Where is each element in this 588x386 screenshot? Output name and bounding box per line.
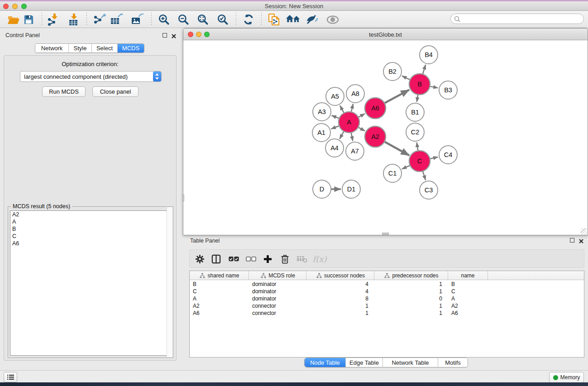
graph-edge-A-A5[interactable] [340,105,344,113]
deselect-all-icon[interactable] [244,253,258,265]
graph-edge-A-A6[interactable] [359,114,365,117]
splitter-handle-horizontal[interactable] [382,233,389,235]
settings-gear-icon[interactable] [193,253,206,265]
column-header-mcds-role[interactable]: MCDS role [249,271,306,280]
control-panel-float-icon[interactable] [163,33,167,38]
function-builder-icon[interactable]: f(x) [313,253,326,265]
graph-edge-A-A8[interactable] [351,104,353,111]
graph-node-B1[interactable]: B1 [406,103,424,121]
graph-edge-A2-C[interactable] [385,142,409,156]
mcds-result-item[interactable]: A2 [10,211,171,218]
add-column-icon[interactable] [261,253,274,265]
graph-node-B[interactable]: B [409,74,430,95]
graph-node-A3[interactable]: A3 [313,103,331,121]
mcds-result-item[interactable]: B [10,225,171,233]
graph-node-A8[interactable]: A8 [346,85,364,103]
graph-edge-C-C4[interactable] [430,157,438,159]
graph-node-C2[interactable]: C2 [406,123,424,141]
delete-column-icon[interactable] [278,253,292,265]
graph-node-B3[interactable]: B3 [439,81,457,99]
task-history-button[interactable] [4,372,17,382]
graph-edge-B-B2[interactable] [402,76,410,80]
column-header-name[interactable]: name [448,271,488,280]
zoom-selected-icon[interactable] [215,12,230,27]
graph-edge-B-B1[interactable] [417,95,418,102]
network-canvas[interactable]: AA1A2A3A4A5A6A7A8BB1B2B3B4CC1C2C3C4DD1 [183,40,588,235]
export-table-icon[interactable] [109,12,124,27]
table-row[interactable]: Bdominator41B [190,281,584,288]
window-resize-grip[interactable] [581,228,587,234]
import-table-icon[interactable] [66,12,81,27]
select-all-icon[interactable] [227,253,240,265]
tab-network-table[interactable]: Network Table [383,358,438,367]
graph-node-A1[interactable]: A1 [312,124,330,142]
tab-motifs[interactable]: Motifs [438,358,468,367]
table-row[interactable]: Cdominator41C [190,288,584,295]
import-network-icon[interactable] [46,12,61,27]
tab-edge-table[interactable]: Edge Table [346,358,383,367]
show-hide-graphics-icon[interactable] [305,12,320,27]
graph-edge-B-B4[interactable] [423,65,425,74]
graph-node-C1[interactable]: C1 [383,164,402,182]
tab-node-table[interactable]: Node Table [305,358,346,367]
graph-node-A4[interactable]: A4 [325,139,344,157]
splitter-handle-vertical[interactable] [182,195,184,201]
column-header-predecessor-nodes[interactable]: predecessor nodes [374,271,448,280]
bird-eye-view-icon[interactable] [325,12,340,27]
run-mcds-button[interactable]: Run MCDS [42,86,86,97]
tab-select[interactable]: Select [92,44,118,52]
home-icon[interactable] [285,12,301,27]
graph-node-A5[interactable]: A5 [326,87,344,105]
mcds-result-item[interactable]: C [10,233,171,240]
graph-node-D1[interactable]: D1 [342,180,360,198]
graph-node-C[interactable]: C [409,151,430,172]
graph-edge-A-A7[interactable] [351,133,353,141]
refresh-icon[interactable] [241,12,256,27]
close-panel-button[interactable]: Close panel [92,86,139,97]
graph-edge-C-C2[interactable] [417,143,418,151]
graph-edge-B-B3[interactable] [430,86,438,88]
column-header-shared-name[interactable]: shared name [190,271,249,280]
column-header-successor-nodes[interactable]: successor nodes [306,271,374,280]
delete-table-icon[interactable] [295,253,309,265]
graph-edge-C-C1[interactable] [402,166,410,169]
mcds-result-item[interactable]: A6 [10,240,171,247]
table-row[interactable]: A6connector11A6 [190,310,584,317]
mcds-result-scrollbar[interactable] [167,207,172,357]
graph-node-B2[interactable]: B2 [383,62,402,81]
duplicate-network-icon[interactable] [266,12,282,27]
graph-node-A7[interactable]: A7 [346,142,364,160]
graph-edge-A-A1[interactable] [331,126,339,129]
memory-button[interactable]: Memory [549,372,584,383]
graph-edge-C-C3[interactable] [423,172,425,180]
export-network-icon[interactable] [92,12,107,27]
export-image-icon[interactable] [130,12,145,27]
graph-edge-A-A4[interactable] [339,132,344,139]
graph-node-A[interactable]: A [339,112,359,133]
table-panel-float-icon[interactable] [570,238,574,243]
table-row[interactable]: A2connector11A2 [190,302,584,310]
criterion-select[interactable]: largest connected component (directed) [20,71,162,82]
table-row[interactable]: Adominator80A [190,295,584,302]
tab-style[interactable]: Style [69,44,92,52]
table-panel-close-icon[interactable] [578,238,584,243]
mcds-result-list[interactable]: A2ABCA6 [10,210,171,356]
open-session-icon[interactable] [6,12,21,27]
zoom-fit-icon[interactable] [195,12,210,27]
graph-node-A6[interactable]: A6 [365,98,386,119]
graph-node-B4[interactable]: B4 [420,46,438,64]
graph-node-A2[interactable]: A2 [365,126,386,147]
graph-node-C4[interactable]: C4 [439,146,457,164]
search-input[interactable] [460,15,583,23]
tab-network[interactable]: Network [35,44,69,52]
show-columns-icon[interactable] [209,253,223,265]
graph-node-C3[interactable]: C3 [420,181,438,199]
zoom-in-icon[interactable] [156,12,172,27]
graph-edge-A-A3[interactable] [331,115,339,118]
zoom-out-icon[interactable] [176,12,191,27]
control-panel-close-icon[interactable] [171,33,177,38]
select-stepper-icon[interactable] [153,71,161,81]
graph-edge-A6-B[interactable] [385,90,409,103]
graph-edge-A-A2[interactable] [359,128,365,131]
graph-node-D[interactable]: D [313,180,331,198]
